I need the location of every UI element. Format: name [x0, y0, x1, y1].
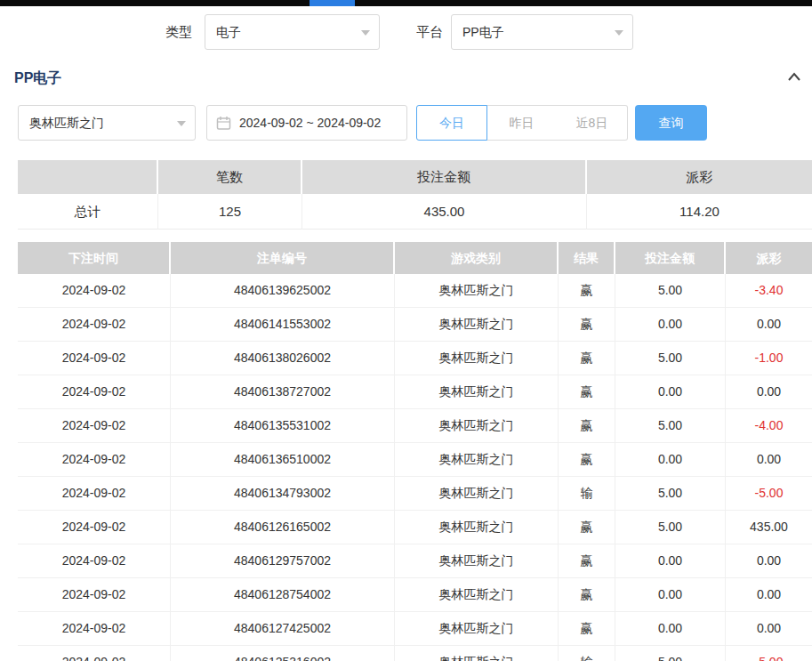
col-header-bet-id: 注单编号 [171, 242, 395, 274]
chevron-down-icon [361, 30, 370, 36]
chevron-down-icon [177, 121, 186, 126]
game-category: 奥林匹斯之门 [395, 544, 559, 578]
game-category: 奥林匹斯之门 [395, 409, 559, 443]
bet-id: 48406139625002 [171, 274, 395, 308]
yesterday-button[interactable]: 昨日 [486, 105, 558, 141]
bet-payout: 0.00 [726, 612, 812, 646]
bet-amount: 0.00 [615, 443, 726, 477]
summary-total-bet-amount: 435.00 [302, 194, 587, 230]
table-row: 2024-09-02 48406135531002 奥林匹斯之门 赢 5.00 … [18, 409, 812, 443]
bet-result: 赢 [559, 342, 615, 375]
game-category: 奥林匹斯之门 [395, 342, 559, 375]
bet-id: 48406136510002 [171, 443, 395, 477]
date-range-input[interactable]: 2024-09-02 ~ 2024-09-02 [206, 105, 407, 141]
active-tab-indicator [310, 0, 355, 6]
summary-header-bet-amount: 投注金额 [302, 160, 587, 194]
bet-records-table: 下注时间 注单编号 游戏类别 结果 投注金额 派彩 2024-09-02 484… [18, 242, 812, 661]
summary-total-count: 125 [158, 194, 302, 230]
bet-id: 48406138727002 [171, 375, 395, 409]
col-header-result: 结果 [559, 242, 615, 274]
bet-id: 48406127425002 [171, 612, 395, 646]
game-category: 奥林匹斯之门 [395, 274, 559, 308]
bet-amount: 0.00 [615, 308, 726, 342]
type-label: 类型 [165, 14, 192, 50]
bet-payout: -4.00 [726, 409, 812, 443]
table-row: 2024-09-02 48406128754002 奥林匹斯之门 赢 0.00 … [18, 578, 812, 612]
table-header-row: 下注时间 注单编号 游戏类别 结果 投注金额 派彩 [18, 242, 812, 274]
bet-payout: 0.00 [726, 375, 812, 409]
summary-total-row: 总计 125 435.00 114.20 [18, 194, 812, 230]
bet-amount: 5.00 [615, 409, 726, 443]
bet-payout: 435.00 [726, 511, 812, 544]
bet-id: 48406128754002 [171, 578, 395, 612]
table-row: 2024-09-02 48406134793002 奥林匹斯之门 输 5.00 … [18, 477, 812, 511]
bet-id: 48406126165002 [171, 511, 395, 544]
table-row: 2024-09-02 48406126165002 奥林匹斯之门 赢 5.00 … [18, 511, 812, 544]
platform-label: 平台 [416, 14, 443, 50]
calendar-icon [216, 116, 231, 131]
type-select-value: 电子 [216, 25, 241, 39]
bet-id: 48406138026002 [171, 342, 395, 375]
summary-header-count: 笔数 [158, 160, 302, 194]
collapse-section-button[interactable] [786, 69, 808, 89]
game-select-value: 奥林匹斯之门 [29, 116, 104, 130]
bet-date: 2024-09-02 [18, 308, 171, 342]
game-category: 奥林匹斯之门 [395, 612, 559, 646]
bet-result: 赢 [559, 544, 615, 578]
summary-table: 笔数 投注金额 派彩 总计 125 435.00 114.20 [18, 160, 812, 230]
bet-payout: -3.40 [726, 274, 812, 308]
bet-result: 赢 [559, 409, 615, 443]
bet-result: 赢 [559, 511, 615, 544]
today-button[interactable]: 今日 [416, 105, 487, 141]
bet-payout: 0.00 [726, 443, 812, 477]
bet-amount: 0.00 [615, 544, 726, 578]
platform-select[interactable]: PP电子 [451, 14, 633, 50]
last8days-button[interactable]: 近8日 [557, 105, 628, 141]
type-select[interactable]: 电子 [205, 14, 380, 50]
game-category: 奥林匹斯之门 [395, 511, 559, 544]
summary-header-row: 笔数 投注金额 派彩 [18, 160, 812, 194]
bet-payout: -1.00 [726, 342, 812, 375]
bet-result: 赢 [559, 274, 615, 308]
bet-id: 48406129757002 [171, 544, 395, 578]
chevron-up-icon [786, 69, 802, 85]
col-header-game-category: 游戏类别 [395, 242, 559, 274]
bet-amount: 5.00 [615, 342, 726, 375]
table-row: 2024-09-02 48406136510002 奥林匹斯之门 赢 0.00 … [18, 443, 812, 477]
bet-result: 赢 [559, 578, 615, 612]
game-select[interactable]: 奥林匹斯之门 [18, 105, 196, 141]
bet-result: 赢 [559, 375, 615, 409]
bet-date: 2024-09-02 [18, 342, 171, 375]
bet-amount: 0.00 [615, 612, 726, 646]
col-header-payout: 派彩 [726, 242, 812, 274]
summary-header-payout: 派彩 [587, 160, 812, 194]
search-button[interactable]: 查询 [635, 105, 707, 141]
bet-date: 2024-09-02 [18, 646, 171, 661]
table-row: 2024-09-02 48406138727002 奥林匹斯之门 赢 0.00 … [18, 375, 812, 409]
bet-id: 48406134793002 [171, 477, 395, 511]
table-row: 2024-09-02 48406139625002 奥林匹斯之门 赢 5.00 … [18, 274, 812, 308]
game-category: 奥林匹斯之门 [395, 375, 559, 409]
top-bar [0, 0, 812, 6]
game-category: 奥林匹斯之门 [395, 646, 559, 661]
table-row: 2024-09-02 48406125316002 奥林匹斯之门 输 5.00 … [18, 646, 812, 661]
bet-payout: -5.00 [726, 477, 812, 511]
summary-header-blank [18, 160, 158, 194]
bet-amount: 5.00 [615, 477, 726, 511]
bet-date: 2024-09-02 [18, 612, 171, 646]
date-range-value: 2024-09-02 ~ 2024-09-02 [239, 116, 381, 130]
bet-payout: -5.00 [726, 646, 812, 661]
bet-result: 赢 [559, 612, 615, 646]
bet-id: 48406141553002 [171, 308, 395, 342]
bet-date: 2024-09-02 [18, 375, 171, 409]
bet-payout: 0.00 [726, 578, 812, 612]
table-row: 2024-09-02 48406127425002 奥林匹斯之门 赢 0.00 … [18, 612, 812, 646]
summary-total-payout: 114.20 [587, 194, 812, 230]
bet-result: 输 [559, 477, 615, 511]
bet-amount: 0.00 [615, 375, 726, 409]
bet-amount: 5.00 [615, 511, 726, 544]
bet-amount: 5.00 [615, 646, 726, 661]
game-category: 奥林匹斯之门 [395, 308, 559, 342]
bet-amount: 5.00 [615, 274, 726, 308]
bet-date: 2024-09-02 [18, 409, 171, 443]
